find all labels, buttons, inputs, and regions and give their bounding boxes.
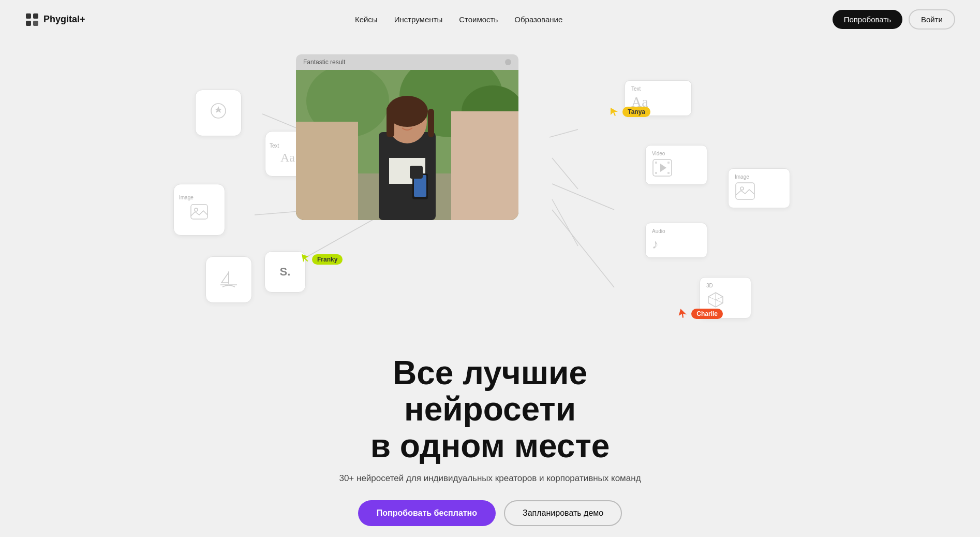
nav-tools[interactable]: Инструменты — [394, 15, 443, 24]
charlie-cursor-arrow — [678, 308, 689, 320]
franky-cursor: Franky — [299, 254, 343, 265]
sailboat-icon — [217, 268, 240, 291]
franky-label: Franky — [312, 254, 343, 265]
logo-text: Phygital+ — [43, 14, 85, 25]
svg-line-13 — [552, 210, 614, 287]
schedule-demo-button[interactable]: Запланировать демо — [504, 500, 622, 526]
image-node-label: Image — [174, 195, 225, 200]
video-output-node: Video — [645, 145, 707, 185]
logo[interactable]: Phygital+ — [25, 12, 85, 27]
svg-line-11 — [552, 184, 614, 210]
svg-point-15 — [195, 208, 198, 211]
nav-login-button[interactable]: Войти — [909, 9, 955, 30]
tanya-cursor-arrow — [609, 106, 620, 118]
nav-cases[interactable]: Кейсы — [355, 15, 378, 24]
tanya-cursor: Tanya — [609, 106, 650, 118]
svg-line-10 — [552, 158, 578, 189]
audio-output-icon: ♪ — [652, 236, 701, 252]
nav-try-button[interactable]: Попробовать — [833, 10, 902, 29]
openai-node — [195, 90, 242, 136]
svg-line-9 — [550, 129, 578, 137]
hero-text: Все лучшие нейросети в одном месте 30+ н… — [339, 355, 641, 526]
svg-line-46 — [708, 297, 716, 300]
hero-heading-line2: нейросети — [404, 390, 576, 428]
svg-rect-31 — [428, 109, 434, 137]
audio-output-node: Audio ♪ — [645, 223, 707, 258]
image-input-node: Image — [173, 184, 225, 236]
svg-rect-2 — [26, 21, 31, 26]
tanya-label: Tanya — [622, 107, 650, 117]
svg-rect-40 — [655, 172, 657, 174]
midjourney-icon: S. — [280, 265, 291, 279]
video-output-label: Video — [652, 151, 701, 156]
hero-heading-line1: Все лучшие — [393, 354, 587, 391]
logo-icon — [25, 12, 39, 27]
audio-output-label: Audio — [652, 228, 701, 234]
try-free-button[interactable]: Попробовать бесплатно — [358, 500, 496, 526]
hero-heading: Все лучшие нейросети в одном месте — [339, 355, 641, 464]
browser-card: Fantastic result — [296, 54, 518, 220]
browser-bar: Fantastic result — [296, 54, 518, 70]
video-output-icon — [652, 158, 701, 179]
svg-rect-39 — [667, 162, 670, 164]
svg-rect-26 — [451, 111, 518, 220]
svg-rect-42 — [736, 183, 754, 199]
svg-line-12 — [552, 199, 578, 246]
nav-pricing[interactable]: Стоимость — [459, 15, 498, 24]
3d-output-label: 3D — [706, 283, 745, 288]
svg-rect-41 — [667, 172, 670, 174]
franky-cursor-arrow — [299, 254, 310, 265]
openai-icon — [209, 101, 228, 124]
svg-marker-45 — [716, 293, 723, 300]
image-output-label: Image — [735, 174, 783, 180]
svg-rect-25 — [296, 122, 358, 220]
browser-title: Fantastic result — [303, 59, 345, 66]
nav-links: Кейсы Инструменты Стоимость Образование — [355, 15, 562, 24]
hero-image-svg — [296, 70, 518, 220]
text-output-label: Text — [631, 86, 685, 92]
svg-rect-38 — [655, 162, 657, 164]
hero-buttons: Попробовать бесплатно Запланировать демо — [339, 500, 641, 526]
diagram: Text Aa Image S. — [128, 54, 852, 375]
image-node-icon — [189, 202, 210, 225]
nav-education[interactable]: Образование — [514, 15, 562, 24]
svg-point-43 — [740, 187, 744, 190]
image-output-node: Image — [728, 168, 790, 208]
browser-image — [296, 70, 518, 220]
svg-rect-3 — [33, 21, 38, 26]
navbar: Phygital+ Кейсы Инструменты Стоимость Об… — [0, 0, 980, 39]
svg-rect-35 — [410, 166, 423, 179]
svg-rect-14 — [191, 205, 207, 219]
charlie-label: Charlie — [691, 309, 723, 319]
svg-rect-1 — [33, 13, 38, 19]
sailboat-node — [205, 256, 252, 303]
nav-actions: Попробовать Войти — [833, 9, 955, 30]
image-output-icon — [735, 182, 783, 202]
text-node-label: Text — [265, 143, 279, 149]
svg-marker-37 — [660, 164, 666, 172]
svg-rect-30 — [387, 106, 394, 137]
browser-dot — [505, 59, 511, 65]
charlie-cursor: Charlie — [678, 308, 723, 320]
hero-subtext: 30+ нейросетей для индивидуальных креато… — [339, 473, 641, 484]
hero-section: Text Aa Image S. — [0, 39, 980, 526]
hero-heading-line3: в одном месте — [370, 427, 610, 465]
svg-line-47 — [716, 300, 723, 303]
text-node-icon: Aa — [280, 151, 295, 165]
svg-rect-0 — [26, 13, 31, 19]
